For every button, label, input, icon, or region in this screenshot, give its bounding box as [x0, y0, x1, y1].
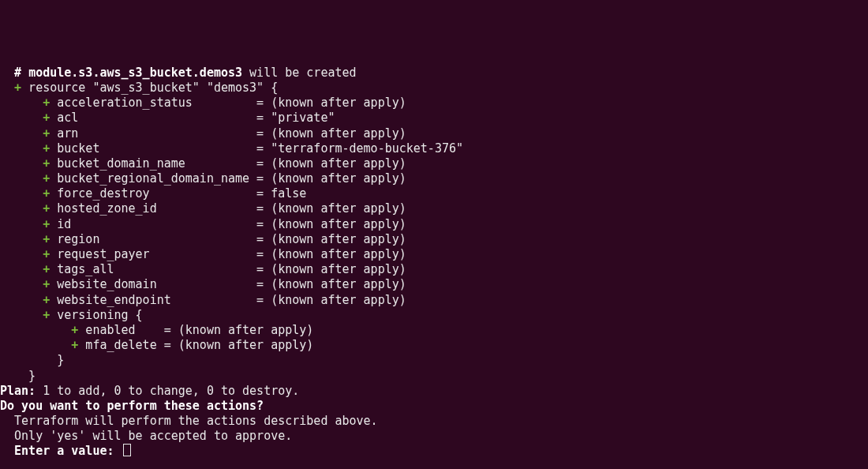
- plus-icon: +: [43, 186, 50, 201]
- plus-icon: +: [43, 217, 50, 231]
- confirm-question-text: Do you want to perform these actions?: [0, 399, 264, 413]
- plan-line: Plan: 1 to add, 0 to change, 0 to destro…: [0, 384, 868, 399]
- plan-text: 1 to add, 0 to change, 0 to destroy.: [36, 384, 299, 398]
- attr-text: id = (known after apply): [50, 217, 406, 231]
- hash: #: [0, 66, 28, 80]
- versioning-attr-text: enabled = (known after apply): [78, 323, 313, 337]
- attr-text: tags_all = (known after apply): [50, 262, 406, 276]
- confirm-info-1: Terraform will perform the actions descr…: [0, 414, 868, 429]
- attr-arn: + arn = (known after apply): [0, 126, 868, 141]
- plus-icon: +: [43, 111, 50, 125]
- prompt-label[interactable]: Enter a value:: [0, 444, 122, 458]
- plus-icon: +: [43, 171, 50, 186]
- attr-bucket_domain_name: + bucket_domain_name = (known after appl…: [0, 156, 868, 171]
- resource-close: }: [0, 369, 868, 384]
- plus-icon: +: [43, 201, 50, 216]
- attr-bucket_regional_domain_name: + bucket_regional_domain_name = (known a…: [0, 171, 868, 186]
- brace-close: }: [0, 353, 64, 367]
- attr-text: bucket_regional_domain_name = (known aft…: [50, 171, 406, 186]
- brace-close: }: [0, 369, 36, 383]
- plan-label: Plan:: [0, 384, 36, 398]
- attr-text: hosted_zone_id = (known after apply): [50, 201, 406, 216]
- versioning-label: versioning {: [50, 308, 142, 322]
- plus-icon: +: [43, 96, 50, 110]
- versioning-close: }: [0, 353, 868, 368]
- confirm-question: Do you want to perform these actions?: [0, 399, 868, 414]
- plus-icon: +: [43, 156, 50, 171]
- plus-icon: +: [43, 262, 50, 276]
- attr-id: + id = (known after apply): [0, 217, 868, 232]
- versioning-mfa_delete: + mfa_delete = (known after apply): [0, 338, 868, 353]
- attr-text: website_endpoint = (known after apply): [50, 293, 406, 307]
- attr-text: acceleration_status = (known after apply…: [50, 96, 406, 110]
- attr-region: + region = (known after apply): [0, 232, 868, 247]
- attr-force_destroy: + force_destroy = false: [0, 186, 868, 201]
- confirm-line2: Only 'yes' will be accepted to approve.: [0, 429, 292, 443]
- plus-icon: +: [43, 293, 50, 307]
- module-path: module.s3.aws_s3_bucket.demos3: [28, 66, 242, 80]
- plus-icon: +: [14, 81, 21, 95]
- plus-icon: +: [43, 126, 50, 141]
- attr-text: bucket = "terraform-demo-bucket-376": [50, 141, 463, 156]
- attr-hosted_zone_id: + hosted_zone_id = (known after apply): [0, 201, 868, 216]
- plus-icon: +: [43, 277, 50, 291]
- confirm-line1: Terraform will perform the actions descr…: [0, 414, 378, 428]
- attr-acl: + acl = "private": [0, 111, 868, 126]
- resource-decl: resource "aws_s3_bucket" "demos3" {: [21, 81, 278, 95]
- attr-website_endpoint: + website_endpoint = (known after apply): [0, 293, 868, 308]
- confirm-info-2: Only 'yes' will be accepted to approve.: [0, 429, 868, 444]
- plus-icon: +: [43, 247, 50, 261]
- attr-website_domain: + website_domain = (known after apply): [0, 277, 868, 292]
- attr-tags_all: + tags_all = (known after apply): [0, 262, 868, 277]
- attr-text: arn = (known after apply): [50, 126, 406, 141]
- plus-icon: +: [71, 323, 78, 337]
- versioning-open: + versioning {: [0, 308, 868, 323]
- versioning-enabled: + enabled = (known after apply): [0, 323, 868, 338]
- attr-text: website_domain = (known after apply): [50, 277, 406, 291]
- enter-value-prompt[interactable]: Enter a value:: [0, 444, 868, 459]
- plus-icon: +: [71, 338, 78, 352]
- attr-text: region = (known after apply): [50, 232, 406, 246]
- plus-icon: +: [43, 308, 50, 322]
- terminal-output: # module.s3.aws_s3_bucket.demos3 will be…: [0, 66, 868, 460]
- attr-text: force_destroy = false: [50, 186, 306, 201]
- plus-icon: +: [43, 141, 50, 156]
- attr-request_payer: + request_payer = (known after apply): [0, 247, 868, 262]
- cursor[interactable]: [123, 444, 131, 456]
- resource-open: + resource "aws_s3_bucket" "demos3" {: [0, 81, 868, 96]
- attr-text: acl = "private": [50, 111, 335, 125]
- attr-acceleration_status: + acceleration_status = (known after app…: [0, 96, 868, 111]
- plus-icon: +: [43, 232, 50, 246]
- attr-bucket: + bucket = "terraform-demo-bucket-376": [0, 141, 868, 156]
- attr-text: bucket_domain_name = (known after apply): [50, 156, 406, 171]
- comment-line: # module.s3.aws_s3_bucket.demos3 will be…: [0, 66, 868, 81]
- versioning-attr-text: mfa_delete = (known after apply): [78, 338, 313, 352]
- comment-suffix: will be created: [242, 66, 357, 80]
- attr-text: request_payer = (known after apply): [50, 247, 406, 261]
